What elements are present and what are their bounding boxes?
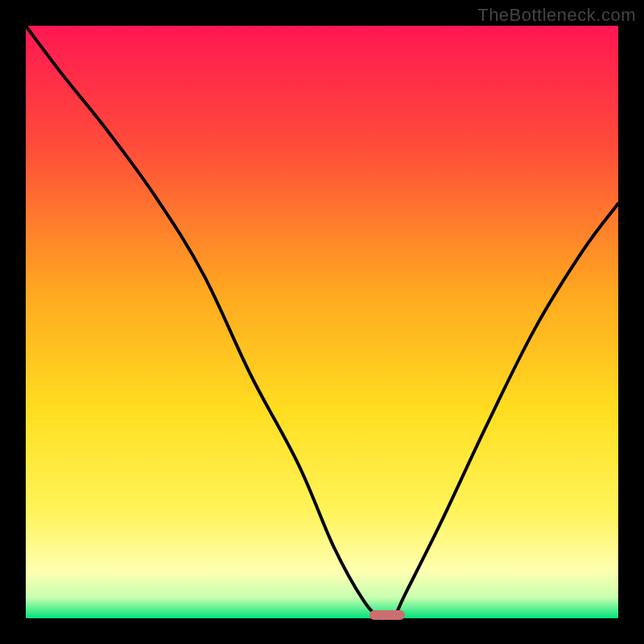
plot-area (26, 26, 618, 618)
bottleneck-curve (26, 26, 618, 618)
watermark-text: TheBottleneck.com (477, 5, 636, 26)
chart-container: TheBottleneck.com (0, 0, 644, 644)
optimal-marker (369, 610, 405, 620)
